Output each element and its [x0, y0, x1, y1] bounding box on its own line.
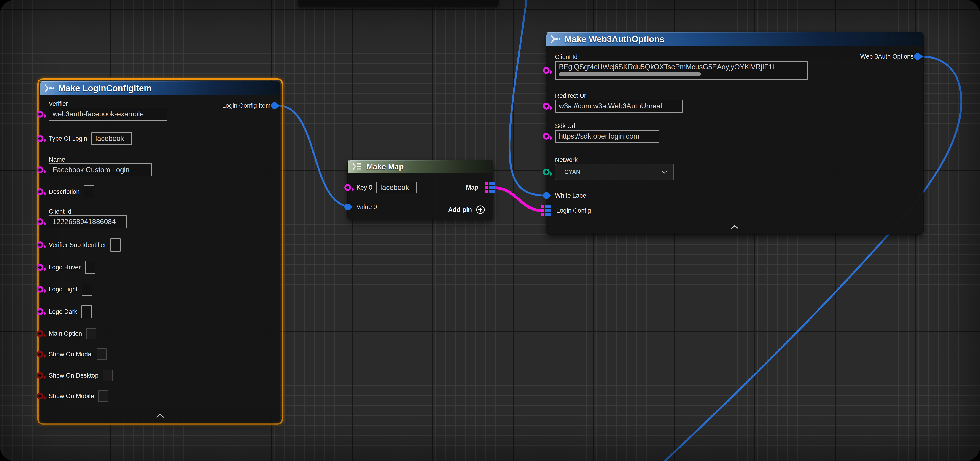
pin-show-on-modal[interactable]: [37, 351, 43, 358]
pin-show-on-mobile[interactable]: [37, 393, 43, 399]
pin-redirect-url[interactable]: [543, 103, 550, 110]
collapse-chevron-icon[interactable]: [156, 413, 165, 419]
selection-outline-make-loginconfigitem: Make LoginConfigItem Login Config Item V…: [37, 78, 283, 424]
pin-name[interactable]: [37, 167, 43, 173]
logo-light-input[interactable]: [82, 283, 92, 296]
main-option-checkbox[interactable]: [86, 328, 96, 339]
client-id-input[interactable]: 1222658941886084: [49, 215, 127, 228]
description-input[interactable]: [84, 185, 94, 199]
verifier-input[interactable]: web3auth-facebook-example: [49, 108, 167, 121]
network-selected-value: CYAN: [565, 169, 581, 175]
wire-map-to-loginconfig[interactable]: [492, 188, 542, 211]
show-on-modal-checkbox[interactable]: [97, 348, 107, 360]
wire-top-to-whitelabel[interactable]: [509, 0, 546, 196]
node-make-loginconfigitem[interactable]: Make LoginConfigItem Login Config Item V…: [40, 81, 280, 422]
pin-row-logo-dark: Logo Dark: [40, 305, 280, 318]
verifier-sub-identifier-input[interactable]: [110, 238, 121, 251]
pin-show-on-desktop[interactable]: [37, 372, 43, 379]
name-input[interactable]: Facebook Custom Login: [49, 164, 152, 176]
pin-row-show-on-desktop: Show On Desktop: [40, 369, 280, 382]
blueprint-graph-canvas[interactable]: Make LoginConfigItem Login Config Item V…: [0, 0, 980, 461]
pin-label-verifier: Verifier: [49, 100, 280, 108]
type-of-login-input[interactable]: facebook: [91, 132, 132, 145]
add-pin-button[interactable]: Add pin: [448, 205, 485, 215]
collapse-chevron-icon[interactable]: [730, 224, 739, 230]
pin-row-white-label: White Label: [546, 189, 923, 202]
pin-value-0[interactable]: [344, 203, 351, 210]
pin-verifier[interactable]: [37, 111, 43, 118]
client-id-scrollbar[interactable]: [559, 73, 701, 76]
output-pin-label: Map: [466, 184, 478, 191]
pin-row-client-id: Client Id 1222658941886084: [40, 208, 280, 228]
map-pin-icon[interactable]: [541, 205, 551, 216]
pin-row-name: Name Facebook Custom Login: [40, 156, 280, 176]
pin-row-client-id: Client Id BEglQSgt4cUWcj6SKRdu5QkOXTsePm…: [546, 53, 923, 80]
node-make-web3authoptions[interactable]: Make Web3AuthOptions Web 3Auth Options C…: [546, 32, 923, 234]
pin-client-id[interactable]: [543, 67, 550, 74]
wire-loginconfigitem-to-value0[interactable]: [278, 106, 352, 207]
pin-logo-hover[interactable]: [37, 264, 43, 271]
redirect-url-input[interactable]: w3a://com.w3a.Web3AuthUnreal: [555, 100, 683, 113]
pin-row-sdk-url: Sdk Url https://sdk.openlogin.com: [546, 122, 923, 143]
pin-row-description: Description: [40, 186, 280, 198]
map-pin-icon[interactable]: [485, 182, 495, 193]
pin-row-verifier-sub-identifier: Verifier Sub Identifier: [40, 238, 280, 251]
client-id-text: BEglQSgt4cUWcj6SKRdu5QkOXTsePmMcusG5EAoy…: [559, 62, 803, 72]
node-title: Make Map: [366, 162, 404, 171]
show-on-mobile-checkbox[interactable]: [98, 390, 108, 402]
pin-logo-light[interactable]: [37, 286, 43, 293]
pin-row-redirect-url: Redirect Url w3a://com.w3a.Web3AuthUnrea…: [546, 92, 923, 113]
pin-row-verifier: Verifier web3auth-facebook-example: [40, 100, 280, 121]
network-dropdown[interactable]: CYAN: [555, 164, 674, 180]
logo-dark-input[interactable]: [81, 305, 92, 318]
make-struct-icon: [44, 84, 54, 92]
pin-type-of-login[interactable]: [37, 135, 43, 142]
pin-row-type-of-login: Type Of Login facebook: [40, 132, 280, 145]
make-struct-icon: [550, 35, 560, 43]
pin-client-id[interactable]: [37, 218, 43, 225]
partial-offscreen-node[interactable]: [298, 0, 498, 7]
show-on-desktop-checkbox[interactable]: [103, 370, 113, 381]
client-id-input[interactable]: BEglQSgt4cUWcj6SKRdu5QkOXTsePmMcusG5EAoy…: [555, 61, 808, 80]
logo-hover-input[interactable]: [85, 261, 95, 274]
pin-row-login-config: Login Config: [546, 204, 923, 217]
pin-row-map-output: Map: [348, 181, 493, 194]
pin-row-show-on-modal: Show On Modal: [40, 348, 280, 361]
sdk-url-input[interactable]: https://sdk.openlogin.com: [555, 130, 659, 143]
node-title: Make LoginConfigItem: [58, 83, 151, 93]
pin-row-logo-light: Logo Light: [40, 283, 280, 296]
node-header-make-loginconfigitem[interactable]: Make LoginConfigItem: [40, 81, 280, 95]
make-map-icon: [352, 162, 362, 170]
node-header-make-map[interactable]: Make Map: [348, 160, 493, 173]
pin-row-logo-hover: Logo Hover: [40, 261, 280, 274]
pin-white-label[interactable]: [543, 192, 550, 199]
pin-logo-dark[interactable]: [37, 308, 43, 315]
node-header-make-web3authoptions[interactable]: Make Web3AuthOptions: [546, 32, 923, 46]
pin-main-option[interactable]: [37, 330, 43, 337]
node-make-map[interactable]: Make Map Key 0 facebook Map Value 0 Add …: [348, 160, 493, 219]
pin-row-network: Network CYAN: [546, 156, 923, 180]
pin-sdk-url[interactable]: [543, 133, 550, 140]
add-pin-plus-icon: [476, 205, 485, 215]
node-title: Make Web3AuthOptions: [565, 34, 664, 44]
dropdown-chevron-icon: [661, 170, 668, 174]
pin-row-main-option: Main Option: [40, 327, 280, 340]
pin-network[interactable]: [543, 169, 550, 175]
pin-verifier-sub-identifier[interactable]: [37, 242, 43, 248]
pin-row-show-on-mobile: Show On Mobile: [40, 389, 280, 402]
pin-description[interactable]: [37, 188, 43, 195]
